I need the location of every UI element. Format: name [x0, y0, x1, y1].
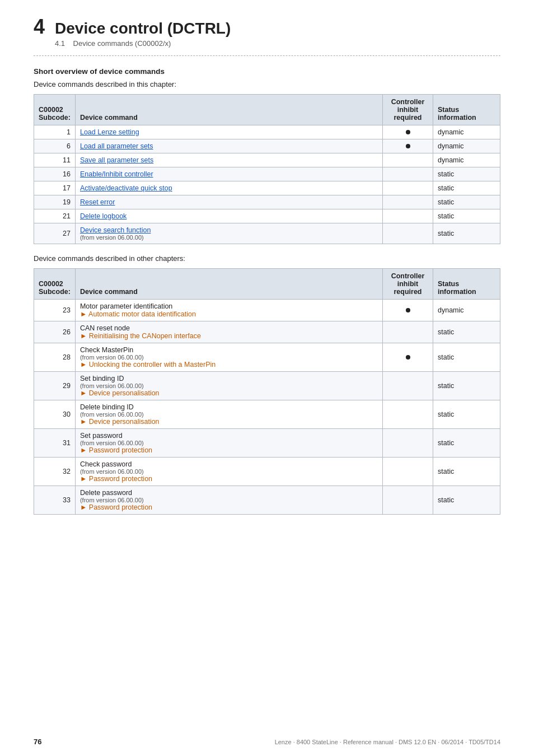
- cmd-arrow-link[interactable]: ► Password protection: [80, 446, 152, 454]
- cmd-arrow-link[interactable]: ► Unlocking the controller with a Master…: [80, 361, 216, 368]
- table-row: 30 Delete binding ID (from version 06.00…: [34, 400, 500, 428]
- chapter-title: Device control (DCTRL): [55, 16, 231, 38]
- table-row: 1 Load Lenze setting dynamic: [34, 125, 500, 139]
- table-row: 23 Motor parameter identification ► Auto…: [34, 299, 500, 321]
- cmd-arrow-link[interactable]: ► Automatic motor data identification: [80, 310, 196, 318]
- table-row: 28 Check MasterPin (from version 06.00.0…: [34, 343, 500, 371]
- section1-title: Short overview of device commands: [34, 67, 500, 76]
- bullet: [406, 130, 410, 134]
- table-row: 33 Delete password (from version 06.00.0…: [34, 486, 500, 514]
- th2-inhibit: Controllerinhibitrequired: [383, 268, 433, 299]
- page-footer: 76 Lenze · 8400 StateLine · Reference ma…: [0, 738, 534, 746]
- cmd-link[interactable]: Reset error: [80, 198, 115, 206]
- divider: [34, 55, 500, 56]
- cmd-link[interactable]: Save all parameter sets: [80, 156, 153, 164]
- table-row: 11 Save all parameter sets dynamic: [34, 153, 500, 167]
- th-command: Device command: [75, 94, 382, 125]
- cmd-link[interactable]: Enable/Inhibit controller: [80, 170, 153, 178]
- table-row: 21 Delete logbook static: [34, 209, 500, 223]
- cmd-link[interactable]: Device search function: [80, 226, 151, 234]
- cmd-link[interactable]: Load Lenze setting: [80, 128, 139, 136]
- table-row: 31 Set password (from version 06.00.00) …: [34, 428, 500, 457]
- cmd-link[interactable]: Delete logbook: [80, 212, 127, 220]
- table-row: 16 Enable/Inhibit controller static: [34, 167, 500, 181]
- cmd-link[interactable]: Load all parameter sets: [80, 142, 153, 150]
- th2-command: Device command: [75, 268, 382, 299]
- table-row: 26 CAN reset node ► Reinitialising the C…: [34, 321, 500, 343]
- table-row: 6 Load all parameter sets dynamic: [34, 139, 500, 153]
- table1: C00002 Subcode: Device command Controlle…: [34, 94, 500, 244]
- cmd-link[interactable]: Activate/deactivate quick stop: [80, 184, 172, 192]
- cmd-arrow-link[interactable]: ► Password protection: [80, 475, 152, 483]
- cmd-arrow-link[interactable]: ► Device personalisation: [80, 418, 160, 426]
- cmd-arrow-link[interactable]: ► Device personalisation: [80, 389, 160, 397]
- page-number: 76: [34, 738, 41, 746]
- th-inhibit: Controllerinhibitrequired: [383, 94, 433, 125]
- footer-right-text: Lenze · 8400 StateLine · Reference manua…: [275, 739, 500, 745]
- section1-intro: Device commands described in this chapte…: [34, 80, 500, 88]
- table-row: 19 Reset error static: [34, 195, 500, 209]
- table-row: 17 Activate/deactivate quick stop static: [34, 181, 500, 195]
- bullet: [406, 144, 410, 148]
- chapter-number: 4: [34, 16, 45, 38]
- cmd-arrow-link[interactable]: ► Password protection: [80, 503, 152, 511]
- table2: C00002 Subcode: Device command Controlle…: [34, 268, 500, 515]
- th-status: Status information: [433, 94, 500, 125]
- bullet: [406, 355, 410, 360]
- table-row: 29 Set binding ID (from version 06.00.00…: [34, 371, 500, 400]
- section2-intro: Device commands described in other chapt…: [34, 254, 500, 263]
- th2-subcode: C00002 Subcode:: [34, 268, 76, 299]
- table-row: 27 Device search function (from version …: [34, 223, 500, 244]
- cmd-arrow-link[interactable]: ► Reinitialising the CANopen interface: [80, 332, 201, 340]
- section-header: 4.1 Device commands (C00002/x): [55, 39, 231, 48]
- bullet: [406, 308, 410, 312]
- table-row: 32 Check password (from version 06.00.00…: [34, 457, 500, 486]
- th-subcode: C00002 Subcode:: [34, 94, 76, 125]
- th2-status: Status information: [433, 268, 500, 299]
